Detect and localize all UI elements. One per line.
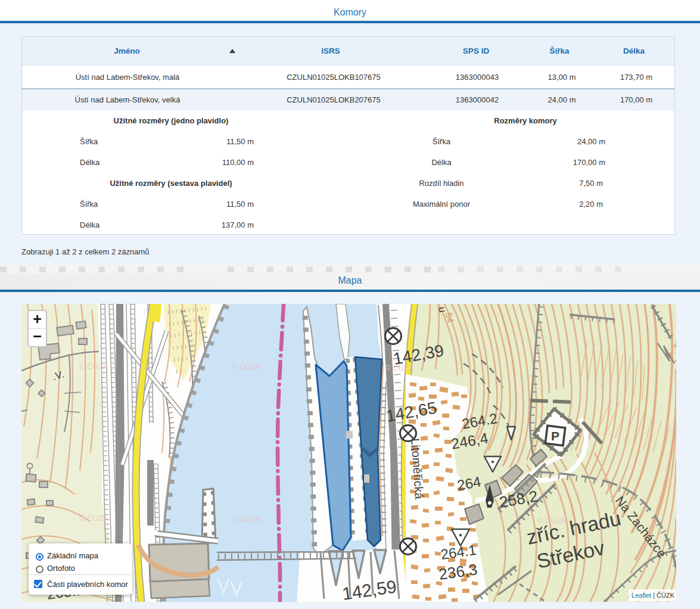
svg-text:© ČÚZK: © ČÚZK [232, 515, 261, 524]
svg-text:P: P [551, 429, 559, 443]
svg-text:© ČÚZK: © ČÚZK [232, 362, 261, 371]
svg-text:© ČÚZK: © ČÚZK [79, 362, 108, 371]
svg-text:© ČÚZK: © ČÚZK [385, 363, 414, 372]
svg-text:54: 54 [444, 312, 456, 324]
svg-text:© ČÚZK: © ČÚZK [537, 516, 567, 525]
svg-text:© ČÚZK: © ČÚZK [79, 514, 108, 523]
